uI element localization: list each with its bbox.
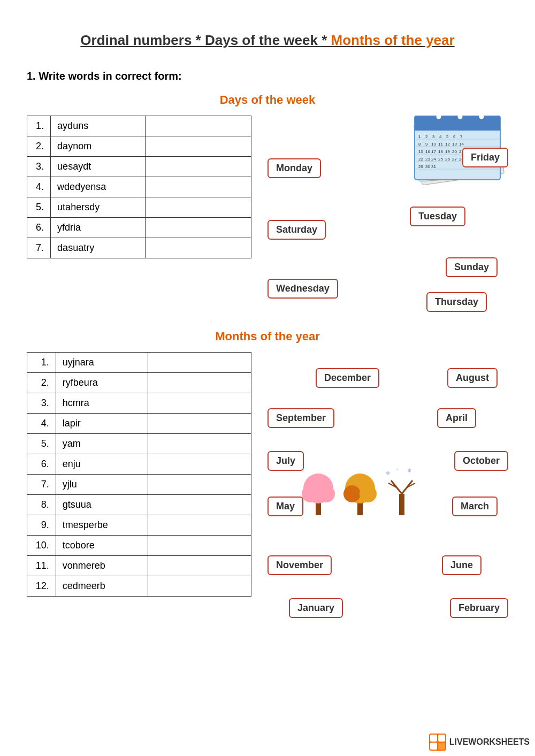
answer-cell[interactable]	[145, 136, 251, 157]
days-section-title: Days of the week	[27, 93, 508, 107]
row-number: 10.	[27, 536, 56, 556]
svg-point-50	[343, 485, 361, 502]
answer-input[interactable]	[155, 459, 244, 470]
scrambled-word: hcmra	[56, 393, 148, 414]
month-word-box: January	[289, 598, 343, 618]
days-table-row: 7. dasuatry	[27, 238, 251, 258]
svg-rect-52	[399, 494, 404, 515]
day-word-box: Thursday	[426, 292, 487, 312]
day-word-box: Tuesday	[410, 207, 465, 226]
scrambled-word: dasuatry	[51, 238, 145, 258]
row-number: 11.	[27, 556, 56, 576]
answer-cell[interactable]	[148, 373, 251, 393]
month-word-box: July	[268, 451, 304, 471]
answer-cell[interactable]	[148, 353, 251, 373]
answer-cell[interactable]	[148, 576, 251, 597]
answer-input[interactable]	[152, 161, 244, 172]
answer-cell[interactable]	[145, 116, 251, 136]
answer-input[interactable]	[155, 398, 244, 409]
day-word-box: Wednesday	[268, 279, 338, 299]
answer-input[interactable]	[155, 540, 244, 551]
svg-point-46	[302, 485, 319, 502]
answer-input[interactable]	[152, 202, 244, 213]
months-table: 1. uyjnara 2. ryfbeura 3. hcmra 4. lapir…	[27, 352, 251, 597]
answer-cell[interactable]	[145, 157, 251, 177]
answer-cell[interactable]	[148, 393, 251, 414]
answer-cell[interactable]	[148, 536, 251, 556]
answer-input[interactable]	[155, 418, 244, 429]
scrambled-word: ayduns	[51, 116, 145, 136]
scrambled-word: uyjnara	[56, 353, 148, 373]
months-table-row: 7. yjlu	[27, 475, 251, 495]
answer-cell[interactable]	[148, 495, 251, 515]
answer-cell[interactable]	[148, 556, 251, 576]
days-words-area: 1 2 3 4 5 6 7 8 9 10 11 12 13 14 15 16 1	[268, 116, 508, 308]
spring-tree	[300, 467, 337, 517]
months-table-row: 8. gtsuua	[27, 495, 251, 515]
answer-cell[interactable]	[148, 475, 251, 495]
answer-cell[interactable]	[145, 197, 251, 218]
days-table-row: 4. wdedyensa	[27, 177, 251, 197]
answer-input[interactable]	[155, 377, 244, 388]
months-table-row: 3. hcmra	[27, 393, 251, 414]
month-word-box: August	[447, 368, 498, 388]
days-table-row: 5. utahersdy	[27, 197, 251, 218]
winter-scene: ❄ ❄ *	[383, 467, 421, 517]
answer-input[interactable]	[155, 479, 244, 490]
row-number: 5.	[27, 197, 51, 218]
month-word-box: November	[268, 555, 332, 575]
svg-rect-62	[438, 735, 445, 742]
page-title: Ordinal numbers * Days of the week * Mon…	[27, 32, 508, 49]
answer-cell[interactable]	[148, 454, 251, 475]
answer-input[interactable]	[155, 499, 244, 510]
svg-rect-63	[430, 743, 437, 750]
seasons-illustration: ❄ ❄ *	[300, 467, 421, 517]
answer-cell[interactable]	[145, 238, 251, 258]
svg-point-47	[318, 485, 335, 502]
svg-rect-64	[438, 743, 445, 750]
answer-input[interactable]	[155, 581, 244, 592]
scrambled-word: daynom	[51, 136, 145, 157]
scrambled-word: wdedyensa	[51, 177, 145, 197]
months-table-container: 1. uyjnara 2. ryfbeura 3. hcmra 4. lapir…	[27, 352, 251, 662]
month-word-box: December	[316, 368, 379, 388]
answer-cell[interactable]	[148, 515, 251, 536]
scrambled-word: utahersdy	[51, 197, 145, 218]
autumn-tree	[341, 467, 379, 517]
scrambled-word: tmesperbe	[56, 515, 148, 536]
row-number: 3.	[27, 157, 51, 177]
lw-logo-icon	[429, 734, 446, 751]
answer-input[interactable]	[152, 242, 244, 254]
answer-input[interactable]	[152, 222, 244, 233]
scrambled-word: vonmereb	[56, 556, 148, 576]
answer-input[interactable]	[152, 141, 244, 152]
row-number: 2.	[27, 136, 51, 157]
answer-input[interactable]	[152, 120, 244, 132]
scrambled-word: cedmeerb	[56, 576, 148, 597]
day-word-box: Saturday	[268, 220, 326, 240]
svg-point-51	[360, 485, 377, 502]
answer-input[interactable]	[155, 560, 244, 571]
months-table-row: 12. cedmeerb	[27, 576, 251, 597]
answer-input[interactable]	[155, 520, 244, 531]
answer-cell[interactable]	[145, 177, 251, 197]
row-number: 5.	[27, 434, 56, 454]
answer-cell[interactable]	[148, 414, 251, 434]
scrambled-word: yjlu	[56, 475, 148, 495]
scrambled-word: ryfbeura	[56, 373, 148, 393]
svg-text:❄: ❄	[386, 470, 390, 476]
answer-cell[interactable]	[148, 434, 251, 454]
months-table-row: 2. ryfbeura	[27, 373, 251, 393]
row-number: 6.	[27, 218, 51, 238]
answer-cell[interactable]	[145, 218, 251, 238]
row-number: 9.	[27, 515, 56, 536]
scrambled-word: yfdria	[51, 218, 145, 238]
answer-input[interactable]	[152, 181, 244, 193]
month-word-box: May	[268, 497, 303, 516]
month-word-box: March	[452, 497, 498, 516]
days-table-row: 3. uesaydt	[27, 157, 251, 177]
months-words-container: ❄ ❄ * DecemberAugustSeptemberAprilJulyOc…	[268, 352, 508, 662]
days-table-row: 2. daynom	[27, 136, 251, 157]
answer-input[interactable]	[155, 357, 244, 368]
answer-input[interactable]	[155, 438, 244, 449]
